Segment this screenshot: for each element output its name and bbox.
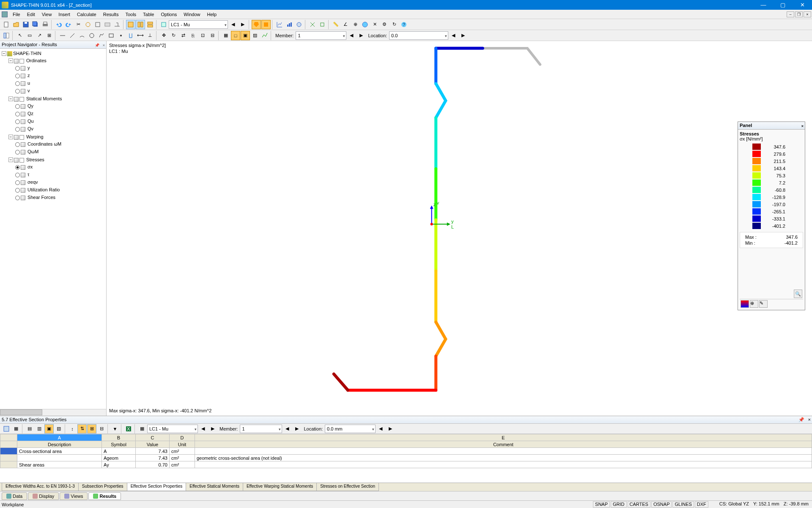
- redo-button[interactable]: [64, 20, 73, 29]
- tb2-k[interactable]: [260, 31, 269, 40]
- tbl-btn1[interactable]: [2, 424, 11, 433]
- table-tab[interactable]: Effective Warping Statical Moments: [243, 483, 317, 491]
- tree-item[interactable]: Qu: [15, 117, 105, 125]
- view-tab-views[interactable]: Views: [60, 492, 88, 500]
- graph-btn1[interactable]: [275, 20, 284, 29]
- menu-help[interactable]: Help: [203, 11, 220, 18]
- tbl-btn7[interactable]: ↕: [68, 424, 77, 433]
- panel-close-icon[interactable]: ×: [801, 123, 804, 130]
- tbl-btn4[interactable]: ▥: [35, 424, 44, 433]
- view-tab-data[interactable]: Data: [2, 492, 27, 500]
- tree-item[interactable]: v: [15, 87, 105, 94]
- tree-group[interactable]: − Warping Coordinates ωM QωM: [8, 133, 105, 156]
- table-row[interactable]: Ageom7.43cm²geometric cross-sectional ar…: [0, 455, 812, 461]
- lc-next[interactable]: ▶: [238, 20, 247, 29]
- member-combo[interactable]: 1: [296, 31, 346, 40]
- tree-item[interactable]: σeqv: [15, 178, 105, 186]
- tbl-loadcase-combo[interactable]: LC1 - Mu: [147, 425, 198, 433]
- navigator-close-icon[interactable]: ×: [103, 42, 105, 49]
- tree-item[interactable]: Utilization Ratio: [15, 186, 105, 193]
- menu-window[interactable]: Window: [180, 11, 203, 18]
- mdi-close[interactable]: ×: [804, 11, 811, 17]
- view-split2[interactable]: [136, 20, 145, 29]
- tbl-btn8[interactable]: ⇅: [77, 424, 87, 433]
- node-btn[interactable]: [58, 31, 67, 40]
- results-table[interactable]: A B C D E Description Symbol Value Unit …: [0, 434, 812, 468]
- tb-btn-b[interactable]: [93, 20, 102, 29]
- tree-group[interactable]: − Ordinates y z u v: [8, 57, 105, 95]
- dot-btn[interactable]: [116, 31, 126, 40]
- info-btn[interactable]: [360, 20, 370, 29]
- status-glines[interactable]: GLINES: [672, 501, 694, 508]
- calc-all-button[interactable]: [261, 20, 271, 29]
- tb-btn-c[interactable]: [103, 20, 112, 29]
- tbl-m-prev[interactable]: ◀: [283, 424, 292, 433]
- tb2-e[interactable]: ⊡: [198, 31, 207, 40]
- dim-btn2[interactable]: ⊥: [145, 31, 155, 40]
- table-tab[interactable]: Effective Widths Acc. to EN 1993-1-3: [2, 483, 79, 491]
- panel-foot-btn2[interactable]: ⊕: [750, 300, 758, 308]
- target-btn[interactable]: ⊕: [351, 20, 360, 29]
- graph-btn2[interactable]: [285, 20, 294, 29]
- new-button[interactable]: [2, 20, 11, 29]
- tree-root[interactable]: SHAPE-THIN: [13, 51, 41, 56]
- loadcase-combo[interactable]: LC1 - Mu: [169, 20, 228, 29]
- table-tab[interactable]: Effective Statical Moments: [186, 483, 243, 491]
- menu-table[interactable]: Table: [140, 11, 157, 18]
- member-next[interactable]: ▶: [357, 31, 366, 40]
- panel-zoom-icon[interactable]: 🔍: [794, 290, 802, 298]
- section-btn[interactable]: [126, 31, 135, 40]
- menu-options[interactable]: Options: [157, 11, 180, 18]
- copy-btn[interactable]: ⎘: [188, 31, 198, 40]
- table-row[interactable]: Cross-sectional areaA7.43cm²: [0, 448, 812, 455]
- tree-item[interactable]: Qz: [15, 110, 105, 117]
- navigator-hscroll[interactable]: [0, 409, 106, 416]
- tbl-btn6[interactable]: ▧: [54, 424, 63, 433]
- tb2-g[interactable]: ▦: [221, 31, 230, 40]
- angle-btn[interactable]: ∠: [341, 20, 350, 29]
- tbl-btn5[interactable]: ▣: [44, 424, 54, 433]
- tree-item[interactable]: τ: [15, 171, 105, 178]
- element-btn[interactable]: [68, 31, 77, 40]
- gear-btn[interactable]: ⚙: [380, 20, 389, 29]
- tb2-h[interactable]: □: [231, 31, 240, 40]
- save-button[interactable]: [21, 20, 30, 29]
- tbl-filter[interactable]: ▼: [110, 424, 120, 433]
- tbl-btn10[interactable]: ⊟: [97, 424, 106, 433]
- maximize-button[interactable]: ▢: [773, 0, 793, 10]
- print-button[interactable]: [41, 20, 50, 29]
- tbl-member-combo[interactable]: 1: [240, 425, 282, 433]
- table-close-icon[interactable]: ×: [808, 416, 811, 423]
- saveall-button[interactable]: [31, 20, 40, 29]
- minimize-button[interactable]: —: [754, 0, 773, 10]
- tbl-loc-prev[interactable]: ◀: [376, 424, 385, 433]
- calc-button[interactable]: [252, 20, 261, 29]
- member-prev[interactable]: ◀: [347, 31, 356, 40]
- view-split1[interactable]: [126, 20, 135, 29]
- sel-btn1[interactable]: ↖: [15, 31, 25, 40]
- tb2-j[interactable]: ▨: [250, 31, 260, 40]
- status-grid[interactable]: GRID: [611, 501, 627, 508]
- tree-item[interactable]: z: [15, 72, 105, 79]
- tb2-f[interactable]: ⊟: [208, 31, 217, 40]
- tree-item[interactable]: σx: [15, 163, 105, 171]
- close-button[interactable]: ✕: [793, 0, 812, 10]
- tree-item[interactable]: Shear Forces: [15, 193, 105, 201]
- col-D[interactable]: D: [170, 434, 195, 441]
- measure-btn[interactable]: 📏: [331, 20, 340, 29]
- cross-btn[interactable]: ✕: [370, 20, 379, 29]
- sel-btn3[interactable]: ↗: [35, 31, 44, 40]
- menu-results[interactable]: Results: [100, 11, 122, 18]
- table-pin-icon[interactable]: 📌: [798, 416, 804, 423]
- tbl-lc-prev[interactable]: ◀: [198, 424, 208, 433]
- menu-edit[interactable]: Edit: [24, 11, 38, 18]
- undo-button[interactable]: [54, 20, 63, 29]
- navigator-tree[interactable]: −SHAPE-THIN − Ordinates y z u v− Statica…: [0, 49, 106, 409]
- tree-item[interactable]: QωM: [15, 148, 105, 155]
- tree-item[interactable]: Coordinates ωM: [15, 140, 105, 148]
- table-tab[interactable]: Subsection Properties: [78, 483, 127, 491]
- tb-btn-a[interactable]: [83, 20, 93, 29]
- rotate-btn[interactable]: ↻: [169, 31, 178, 40]
- location-next[interactable]: ▶: [458, 31, 468, 40]
- opt-btn1[interactable]: [308, 20, 317, 29]
